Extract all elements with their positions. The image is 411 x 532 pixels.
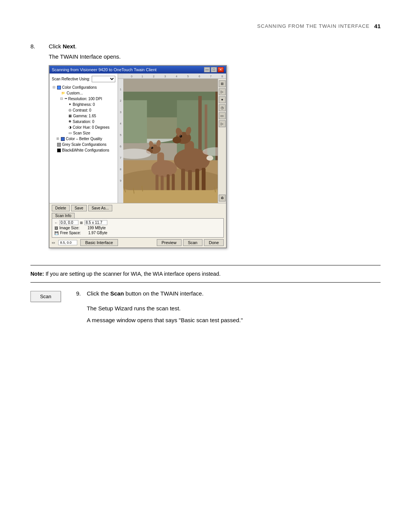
pos-icon: ▭ (52, 241, 55, 244)
tree-label: Black&White Configurations (62, 147, 109, 153)
toolbar-btn-3[interactable]: ◷ (219, 104, 226, 111)
svg-point-43 (206, 155, 213, 160)
svg-point-38 (180, 135, 181, 136)
tree-item-resolution[interactable]: ⊟ •• Resolution: 100 DPI (51, 96, 116, 102)
bottom-right-actions: Preview Scan Done (157, 239, 224, 246)
preview-button[interactable]: Preview (157, 239, 182, 246)
bottom-save-buttons: Delete Save Save As... (52, 205, 224, 211)
toolbar-btn-5[interactable]: ▷ (219, 120, 226, 127)
basic-interface-button[interactable]: Basic Interface (80, 239, 118, 246)
resolution-icon: •• (65, 96, 67, 102)
svg-text:4: 4 (176, 75, 177, 78)
note-box: Note: If you are setting up the scanner … (30, 265, 381, 283)
toolbar-btn-bottom[interactable]: ♻ (219, 195, 226, 201)
svg-text:7: 7 (120, 157, 121, 159)
tree-item-grey[interactable]: Grey Scale Configurations (51, 142, 116, 147)
svg-text:5: 5 (187, 75, 189, 78)
expand-icon: ⊞ (56, 136, 60, 142)
done-button[interactable]: Done (204, 239, 224, 246)
size-input[interactable] (84, 220, 107, 225)
tree-item-saturation[interactable]: ❋ Saturation: 0 (51, 119, 116, 125)
scan-reflective-label: Scan Reflective Using: (52, 77, 90, 81)
tree-label: Resolution: 100 DPI (68, 96, 102, 102)
close-btn[interactable]: ✕ (218, 67, 224, 72)
tree-label: Color Configurations (62, 85, 97, 90)
step-8-instruction: Click Next. (49, 43, 381, 50)
minimize-btn[interactable]: — (204, 67, 210, 72)
deer-scene-container (123, 79, 218, 203)
image-size-icon: 🖼 (54, 226, 58, 230)
save-as-button[interactable]: Save As... (88, 205, 112, 211)
twain-left-panel: Scan Reflective Using: ⊟ Color Con (49, 73, 118, 203)
step-9-bold: Scan (110, 290, 124, 297)
toolbar-btn-zoom[interactable]: ✦ (219, 96, 226, 103)
scansize-icon: ▭ (68, 131, 72, 136)
save-button[interactable]: Save (71, 205, 87, 211)
svg-text:3: 3 (164, 75, 166, 78)
step-8-number: 8. (30, 43, 49, 256)
header-title: Scanning From the TWAIN Interface (257, 23, 370, 29)
tree-item-scan-size[interactable]: ▭ Scan Size (51, 130, 116, 136)
image-size-row: 🖼 Image Size: 199 MByte (54, 226, 221, 230)
tree-item-custom[interactable]: 📁 Custom... (51, 90, 116, 96)
scan-reflective-select[interactable] (92, 76, 115, 82)
tree-item-hue[interactable]: ◑ Color Hue: 0 Degrees (51, 125, 116, 130)
svg-text:6: 6 (199, 75, 200, 78)
svg-text:8: 8 (221, 75, 223, 78)
step-8: 8. Click Next. The TWAIN Interface opens… (30, 43, 381, 256)
brightness-icon: ✦ (68, 102, 72, 107)
svg-point-37 (180, 135, 182, 137)
tree-view: ⊟ Color Configurations 📁 Custom... (51, 85, 116, 153)
step-9-row: Scan 9. Click the Scan button on the TWA… (30, 290, 381, 329)
svg-rect-42 (202, 168, 206, 192)
free-space-icon: 💾 (54, 231, 59, 235)
scan-info-box: ← ⊞ 🖼 Image Size: 199 MByte 💾 Fr (52, 218, 224, 238)
toolbar-btn-4[interactable]: ▭ (219, 112, 226, 119)
tree-item-color-config[interactable]: ⊟ Color Configurations (51, 85, 116, 90)
position-icon: ⊞ (80, 221, 83, 225)
titlebar-buttons: — □ ✕ (204, 67, 224, 72)
twain-window: Scanning from Visioneer 9420 to OneTouch… (49, 65, 227, 248)
svg-point-50 (151, 147, 153, 149)
tree-label: Grey Scale Configurations (62, 142, 107, 147)
color-icon (57, 86, 61, 89)
tree-label: Color Hue: 0 Degrees (73, 125, 110, 130)
toolbar-btn-1[interactable]: ⊞ (219, 80, 226, 87)
ruler-top: 0 1 2 3 4 5 6 7 8 (118, 73, 226, 79)
image-size-value: 199 MByte (88, 226, 106, 230)
position-input[interactable] (59, 220, 78, 225)
tree-item-gamma[interactable]: ▦ Gamma: 1.65 (51, 113, 116, 119)
delete-button[interactable]: Delete (52, 205, 70, 211)
step-9-instruction: Click the Scan button on the TWAIN inter… (87, 290, 204, 297)
svg-text:6: 6 (120, 145, 121, 148)
grey-icon (57, 143, 61, 147)
tree-label: Scan Size (73, 130, 90, 136)
step-8-bold: Next (63, 43, 75, 50)
scan-button-twain[interactable]: Scan (183, 239, 202, 246)
contrast-icon: ◎ (68, 108, 72, 113)
hue-icon: ◑ (68, 125, 72, 130)
step-9-header: 9. Click the Scan button on the TWAIN in… (76, 290, 381, 300)
tree-label: Gamma: 1.65 (73, 113, 96, 119)
svg-text:7: 7 (210, 75, 212, 78)
step-8-content: Click Next. The TWAIN Interface opens. S… (49, 43, 381, 256)
twain-right-toolbar: ⊞ ▷ ✦ ◷ ▭ ▷ ♻ (218, 79, 226, 203)
svg-text:0: 0 (131, 75, 132, 78)
step-9-content: 9. Click the Scan button on the TWAIN in… (76, 290, 381, 329)
tree-item-color-better[interactable]: ⊞ Color – Better Quality (51, 136, 116, 142)
svg-point-51 (151, 147, 152, 148)
svg-rect-40 (188, 170, 192, 193)
toolbar-btn-2[interactable]: ▷ (219, 88, 226, 95)
maximize-btn[interactable]: □ (211, 67, 217, 72)
folder-icon: 📁 (61, 91, 65, 96)
tree-item-brightness[interactable]: ✦ Brightness: 0 (51, 102, 116, 107)
svg-text:4: 4 (120, 122, 121, 125)
scan-info-tab[interactable]: Scan Info (52, 213, 75, 218)
tree-item-bw[interactable]: Black&White Configurations (51, 147, 116, 153)
step-8-description: The TWAIN Interface opens. (49, 53, 381, 60)
position-display: 8.5, 0.0 (58, 240, 77, 245)
tree-label: Custom... (67, 90, 83, 96)
svg-point-34 (173, 137, 181, 144)
saturation-icon: ❋ (68, 119, 72, 125)
tree-item-contrast[interactable]: ◎ Contrast: 0 (51, 107, 116, 113)
